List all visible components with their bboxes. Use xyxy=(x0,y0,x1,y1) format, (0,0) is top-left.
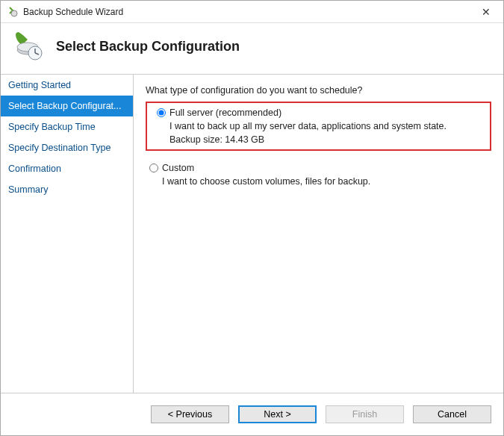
page-title: Select Backup Configuration xyxy=(56,39,240,54)
titlebar: Backup Schedule Wizard ✕ xyxy=(1,1,503,23)
option-full-server-desc: I want to back up all my server data, ap… xyxy=(169,121,484,131)
app-icon xyxy=(7,6,19,18)
radio-full-server[interactable] xyxy=(153,108,169,117)
window-title: Backup Schedule Wizard xyxy=(23,7,475,17)
sidebar-item-getting-started[interactable]: Getting Started xyxy=(1,75,133,96)
option-custom[interactable]: Custom I want to choose custom volumes, … xyxy=(146,158,491,191)
backup-icon xyxy=(11,29,46,63)
option-full-server[interactable]: Full server (recommended) I want to back… xyxy=(146,102,491,151)
option-full-server-label: Full server (recommended) xyxy=(169,108,281,118)
finish-button: Finish xyxy=(326,405,404,423)
wizard-steps-sidebar: Getting Started Select Backup Configurat… xyxy=(1,75,134,393)
option-full-server-size: Backup size: 14.43 GB xyxy=(169,134,484,145)
sidebar-item-summary[interactable]: Summary xyxy=(1,179,133,200)
close-icon[interactable]: ✕ xyxy=(475,6,497,18)
radio-custom[interactable] xyxy=(146,163,162,172)
option-custom-desc: I want to choose custom volumes, files f… xyxy=(162,176,485,187)
cancel-button[interactable]: Cancel xyxy=(413,405,491,423)
option-custom-label: Custom xyxy=(162,163,194,173)
sidebar-item-specify-destination-type[interactable]: Specify Destination Type xyxy=(1,137,133,158)
sidebar-item-specify-backup-time[interactable]: Specify Backup Time xyxy=(1,116,133,137)
content-panel: What type of configuration do you want t… xyxy=(134,75,503,393)
svg-point-0 xyxy=(11,10,17,16)
wizard-footer: < Previous Next > Finish Cancel xyxy=(1,393,503,435)
main-area: Getting Started Select Backup Configurat… xyxy=(1,74,503,393)
next-button[interactable]: Next > xyxy=(238,405,317,423)
previous-button[interactable]: < Previous xyxy=(151,405,229,423)
sidebar-item-confirmation[interactable]: Confirmation xyxy=(1,158,133,179)
wizard-window: Backup Schedule Wizard ✕ Select Backup C… xyxy=(0,0,504,436)
sidebar-item-select-backup-config[interactable]: Select Backup Configurat... xyxy=(1,96,133,116)
wizard-header: Select Backup Configuration xyxy=(1,23,503,74)
prompt-text: What type of configuration do you want t… xyxy=(146,85,491,96)
